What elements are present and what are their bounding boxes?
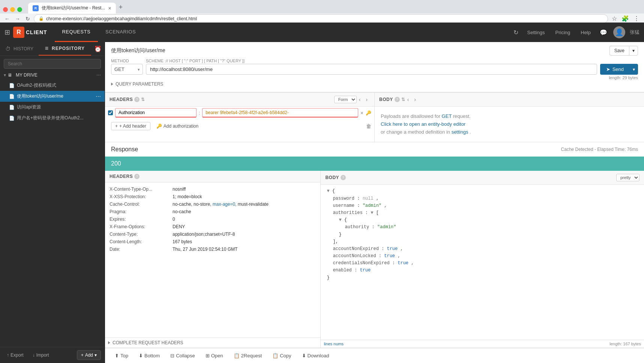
back-btn[interactable]: ←: [3, 14, 11, 23]
body-panel: BODY ? ⇅ ‹ › Payloads are disallowed for…: [375, 93, 644, 142]
header-checkbox[interactable]: [108, 110, 113, 115]
headers-sort-icon[interactable]: ⇅: [141, 97, 145, 102]
authority-obj-arrow[interactable]: ▼: [339, 217, 341, 223]
body-panel-next-btn[interactable]: ›: [412, 96, 418, 103]
import-btn[interactable]: ↓ Import: [30, 351, 52, 359]
export-btn[interactable]: ↑ Export: [4, 351, 27, 359]
forward-btn[interactable]: →: [14, 14, 22, 23]
sidebar-history-btn[interactable]: ⏱ HISTORY: [0, 42, 39, 56]
sidebar-item-api[interactable]: 📄 访问api资源 ⋯: [0, 102, 105, 113]
delete-all-btn[interactable]: 🗑: [366, 123, 371, 129]
resp-body-info-icon[interactable]: ?: [341, 175, 346, 180]
header-name-input[interactable]: [115, 108, 197, 117]
nav-tab-scenarios[interactable]: SCENARIOS: [98, 23, 143, 42]
header-row: : × 🔑: [105, 107, 374, 119]
bottom-btn[interactable]: ⬇ Bottom: [135, 351, 164, 360]
copy-btn[interactable]: 📋 Copy: [269, 351, 295, 360]
user-name[interactable]: 张猛: [630, 29, 639, 36]
body-panel-title: BODY: [379, 97, 393, 102]
tab-bar: R 使用token访问/user/me - Rest... × +: [0, 0, 644, 14]
get-method-link[interactable]: GET: [442, 113, 452, 119]
collapse-btn[interactable]: ⊟ Collapse: [167, 351, 199, 360]
send-btn[interactable]: ➤ Send: [600, 64, 630, 75]
form-select[interactable]: Form: [334, 96, 357, 103]
request-btn[interactable]: 📋 2Request: [230, 351, 266, 360]
extensions-btn[interactable]: 🧩: [620, 14, 630, 24]
entity-body-editor-link[interactable]: Click here to open an entity-body editor: [381, 121, 465, 127]
refresh-btn[interactable]: ↻: [24, 14, 32, 23]
body-panel-prev-btn[interactable]: ‹: [405, 96, 411, 103]
address-bar[interactable]: 🔒 chrome-extension://aejjoelaoggembcahag…: [34, 14, 608, 23]
minimize-window-btn[interactable]: [10, 7, 15, 12]
json-authority-obj: ▼ {: [327, 217, 638, 224]
maximize-window-btn[interactable]: [17, 7, 22, 12]
request-section: 使用token访问/user/me Save ▾ METHOD GET POST: [105, 42, 644, 92]
tab-favicon: R: [33, 5, 39, 11]
import-icon: ↓: [33, 352, 35, 358]
browser-tab[interactable]: R 使用token访问/user/me - Rest... ×: [28, 3, 116, 14]
sidebar-drive-header[interactable]: ▾ 🖥 MY DRIVE ⋯: [0, 70, 105, 80]
file-icon: 📄: [9, 83, 15, 88]
save-dropdown-btn[interactable]: ▾: [629, 46, 638, 56]
header-value-input[interactable]: [202, 108, 358, 117]
close-window-btn[interactable]: [3, 7, 8, 12]
query-params-toggle[interactable]: QUERY PARAMETERS: [111, 80, 638, 88]
body-info-icon[interactable]: ?: [395, 97, 400, 102]
lines-nums-link[interactable]: lines nums: [324, 342, 344, 346]
headers-info-icon[interactable]: ?: [134, 97, 140, 102]
sidebar-item-oauth2-login[interactable]: 📄 用户名+密码登录并使用OAuth2... ⋯: [0, 113, 105, 124]
resp-headers-info-icon[interactable]: ?: [134, 174, 140, 179]
item-more-btn[interactable]: ⋯: [96, 115, 101, 121]
response-meta: Cache Detected - Elapsed Time: 76ms: [561, 147, 638, 152]
response-body-panel: BODY ? pretty raw ▼ {: [321, 171, 644, 348]
body-sort-icon[interactable]: ⇅: [401, 97, 405, 102]
add-auth-btn[interactable]: 🔑 Add authorization: [153, 122, 201, 130]
header-lock-btn[interactable]: 🔑: [366, 110, 371, 116]
header-delete-btn[interactable]: ×: [360, 110, 363, 116]
refresh-api-btn[interactable]: ↻: [512, 27, 520, 38]
open-btn[interactable]: ⊞ Open: [202, 351, 227, 360]
item-more-btn[interactable]: ⋯: [96, 93, 101, 99]
settings-link[interactable]: settings: [452, 129, 468, 135]
download-btn[interactable]: ⬇ Download: [298, 351, 333, 360]
collapse-arrow[interactable]: ▼: [327, 188, 329, 194]
complete-headers-toggle[interactable]: COMPLETE REQUEST HEADERS: [105, 337, 320, 348]
resp-header-cache-control: Cache-Control: no-cache, no-store, max-a…: [108, 200, 317, 208]
sidebar-item-oauth2[interactable]: 📄 OAuth2-授权码模式 ⋯: [0, 80, 105, 91]
panel-prev-btn[interactable]: ‹: [357, 96, 363, 103]
json-root-close: }: [327, 274, 638, 282]
item-more-btn[interactable]: ⋯: [96, 104, 101, 110]
grid-icon[interactable]: ⊞: [5, 28, 10, 36]
add-header-btn[interactable]: + + Add header: [111, 122, 150, 130]
json-accountNonLocked: accountNonLocked : true ,: [327, 253, 638, 260]
bookmark-btn[interactable]: ☆: [610, 14, 618, 24]
sidebar-timer-btn[interactable]: ⏰: [91, 42, 105, 56]
new-tab-btn[interactable]: +: [116, 1, 126, 14]
send-dropdown-btn[interactable]: ▾: [630, 64, 638, 75]
scheme-label: SCHEME :// HOST [ ":" PORT ] [ PATH [ "?…: [146, 59, 597, 63]
help-btn[interactable]: Help: [578, 28, 594, 37]
url-input[interactable]: [146, 64, 597, 75]
sidebar-repo-header: ≡ REPOSITORY: [39, 42, 91, 56]
top-btn[interactable]: ⬆ Top: [111, 351, 132, 360]
response-panels: HEADERS ? X-Content-Type-Op... nosniff X…: [105, 171, 644, 348]
authorities-arrow[interactable]: ▼: [371, 210, 373, 215]
drive-more-btn[interactable]: ⋯: [96, 72, 101, 78]
method-select[interactable]: GET POST PUT DELETE: [111, 64, 143, 75]
user-avatar[interactable]: 👤: [613, 26, 625, 38]
save-btn[interactable]: Save: [609, 46, 629, 56]
nav-tab-requests[interactable]: REQUESTS: [55, 23, 98, 42]
tab-close-btn[interactable]: ×: [108, 6, 111, 11]
item-more-btn[interactable]: ⋯: [96, 83, 101, 89]
pricing-btn[interactable]: Pricing: [552, 28, 573, 37]
sidebar-item-token[interactable]: 📄 使用token访问/user/me ⋯: [0, 91, 105, 102]
more-btn[interactable]: ⋮: [632, 14, 641, 24]
panel-next-btn[interactable]: ›: [363, 96, 370, 103]
settings-btn[interactable]: Settings: [524, 28, 548, 37]
chat-btn[interactable]: 💬: [598, 27, 609, 38]
resp-pretty-select[interactable]: pretty raw: [616, 174, 639, 181]
sidebar-footer: ↑ Export ↓ Import + Add ▾: [0, 347, 105, 363]
bottom-icon: ⬇: [139, 353, 143, 358]
add-btn[interactable]: + Add ▾: [77, 350, 101, 360]
search-input[interactable]: [4, 59, 101, 69]
